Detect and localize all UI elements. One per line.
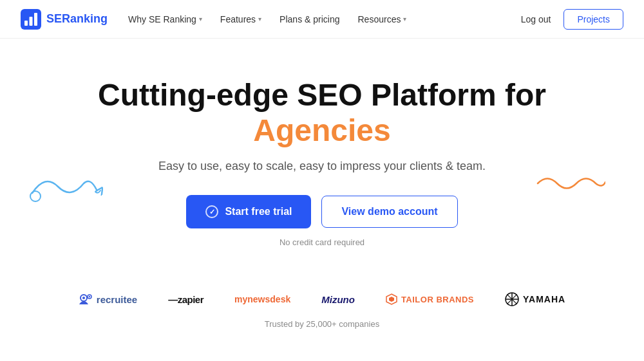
trusted-text: Trusted by 25,000+ companies xyxy=(265,319,379,329)
cta-row: ✓ Start free trial View demo account xyxy=(186,195,457,228)
svg-rect-3 xyxy=(34,13,37,26)
yamaha-label: YAMAHA xyxy=(523,294,565,304)
svg-point-8 xyxy=(89,296,90,297)
mynewsdesk-label: mynewsdesk xyxy=(234,294,290,304)
logo-tailor-brands: TAILOR BRANDS xyxy=(386,293,474,305)
start-trial-button[interactable]: ✓ Start free trial xyxy=(186,195,311,228)
nav-link-why[interactable]: Why SE Ranking ▾ xyxy=(128,14,202,24)
logout-button[interactable]: Log out xyxy=(521,14,551,24)
yamaha-icon xyxy=(505,292,519,306)
nav-link-plans[interactable]: Plans & pricing xyxy=(279,14,339,24)
zapier-label: —zapier xyxy=(168,294,204,305)
nav-left: SERanking Why SE Ranking ▾ Features ▾ Pl… xyxy=(21,9,406,30)
logos-section: recruitee —zapier mynewsdesk Mizuno TAIL… xyxy=(0,273,644,355)
logo-icon xyxy=(21,9,41,30)
checkmark-icon: ✓ xyxy=(205,205,218,218)
hero-headline: Cutting-edge SEO Platform for Agencies xyxy=(26,77,618,148)
svg-rect-2 xyxy=(30,17,33,26)
tailor-brands-icon xyxy=(386,293,397,305)
nav-right: Log out Projects xyxy=(521,9,623,30)
recruitee-label: recruitee xyxy=(97,294,137,305)
hero-subheadline: Easy to use, easy to scale, easy to impr… xyxy=(158,160,486,173)
chevron-down-icon: ▾ xyxy=(403,15,406,23)
svg-point-6 xyxy=(82,297,85,299)
logo-recruitee: recruitee xyxy=(79,293,137,305)
nav-links: Why SE Ranking ▾ Features ▾ Plans & pric… xyxy=(128,14,406,24)
logo[interactable]: SERanking xyxy=(21,9,108,30)
brand-logos-row: recruitee —zapier mynewsdesk Mizuno TAIL… xyxy=(79,292,565,306)
nav-link-features[interactable]: Features ▾ xyxy=(220,14,261,24)
projects-button[interactable]: Projects xyxy=(564,9,623,30)
tailorbrands-label: TAILOR BRANDS xyxy=(401,295,474,304)
logo-yamaha: YAMAHA xyxy=(505,292,565,306)
logo-zapier: —zapier xyxy=(168,294,204,305)
squiggle-right-decoration xyxy=(535,171,605,196)
svg-rect-1 xyxy=(24,21,28,26)
squiggle-left-decoration xyxy=(26,167,103,206)
view-demo-button[interactable]: View demo account xyxy=(321,196,457,228)
logo-mizuno: Mizuno xyxy=(321,294,355,305)
chevron-down-icon: ▾ xyxy=(199,15,202,23)
logo-text: SERanking xyxy=(46,12,108,26)
svg-point-4 xyxy=(30,191,41,201)
navbar: SERanking Why SE Ranking ▾ Features ▾ Pl… xyxy=(0,0,644,39)
no-credit-card-text: No credit card required xyxy=(279,237,365,247)
chevron-down-icon: ▾ xyxy=(258,15,261,23)
logo-mynewsdesk: mynewsdesk xyxy=(234,294,290,304)
hero-section: Cutting-edge SEO Platform for Agencies E… xyxy=(0,39,644,273)
recruitee-icon xyxy=(79,293,93,305)
nav-link-resources[interactable]: Resources ▾ xyxy=(358,14,407,24)
mizuno-label: Mizuno xyxy=(321,294,355,305)
